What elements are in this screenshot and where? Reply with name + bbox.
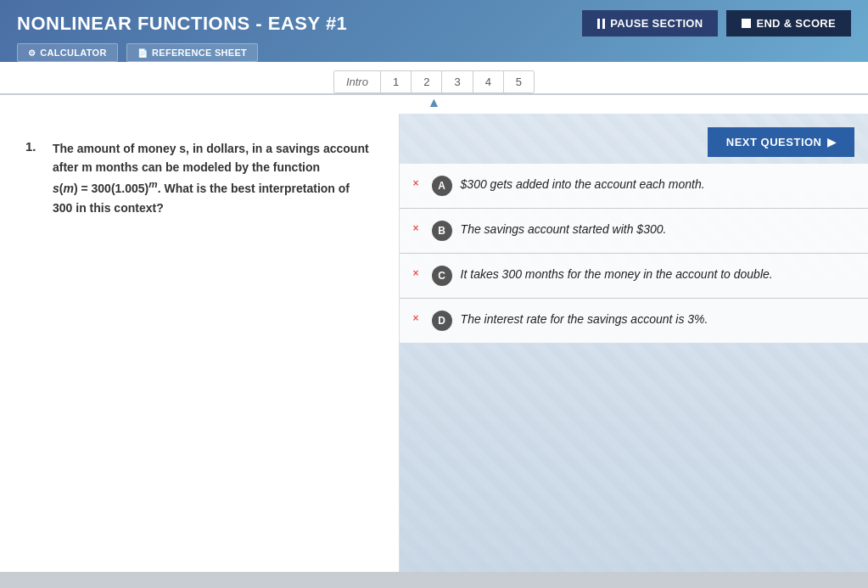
question-panel: 1. The amount of money s, in dollars, in… bbox=[0, 114, 400, 572]
answer-item-c[interactable]: × C It takes 300 months for the money in… bbox=[400, 254, 868, 299]
header-buttons: PAUSE SECTION END & SCORE bbox=[582, 10, 851, 36]
pause-button[interactable]: PAUSE SECTION bbox=[582, 10, 718, 36]
next-arrow-icon: ▶ bbox=[827, 136, 837, 148]
answers-list: × A $300 gets added into the account eac… bbox=[400, 164, 868, 343]
pause-label: PAUSE SECTION bbox=[610, 17, 703, 30]
end-score-button[interactable]: END & SCORE bbox=[726, 10, 851, 36]
answer-d-text: The interest rate for the savings accoun… bbox=[461, 311, 708, 328]
answer-a-text: $300 gets added into the account each mo… bbox=[461, 176, 705, 193]
question-line2: after m months can be modeled by the fun… bbox=[53, 160, 320, 174]
answer-panel: NEXT QUESTION ▶ × A $300 gets added into… bbox=[400, 114, 868, 572]
answer-d-circle: D bbox=[432, 311, 452, 331]
answer-b-text: The savings account started with $300. bbox=[461, 221, 667, 238]
main-content: 1. The amount of money s, in dollars, in… bbox=[0, 114, 868, 572]
answer-b-circle: B bbox=[432, 221, 452, 241]
answer-b-x: × bbox=[413, 222, 423, 234]
tab-4[interactable]: 4 bbox=[473, 71, 504, 92]
page-header: NONLINEAR FUNCTIONS - EASY #1 PAUSE SECT… bbox=[0, 0, 868, 62]
answer-item-b[interactable]: × B The savings account started with $30… bbox=[400, 209, 868, 254]
answer-d-x: × bbox=[413, 312, 423, 324]
tab-3[interactable]: 3 bbox=[442, 71, 473, 92]
reference-sheet-button[interactable]: 📄 REFERENCE SHEET bbox=[126, 43, 258, 62]
nav-tabs-container: Intro 1 2 3 4 5 bbox=[0, 62, 868, 93]
answer-item-d[interactable]: × D The interest rate for the savings ac… bbox=[400, 299, 868, 343]
header-toolbar: ⚙ CALCULATOR 📄 REFERENCE SHEET bbox=[17, 43, 851, 62]
next-question-button[interactable]: NEXT QUESTION ▶ bbox=[708, 127, 854, 157]
answer-item-a[interactable]: × A $300 gets added into the account eac… bbox=[400, 164, 868, 209]
pause-icon bbox=[597, 19, 605, 29]
question-line1: The amount of money s, in dollars, in a … bbox=[53, 142, 369, 155]
question-line3: s(m) = 300(1.005)m. What is the best int… bbox=[53, 182, 350, 195]
question-number: 1. bbox=[25, 139, 42, 217]
calculator-button[interactable]: ⚙ CALCULATOR bbox=[17, 43, 118, 62]
tab-1[interactable]: 1 bbox=[381, 71, 412, 92]
nav-tabs-inner: Intro 1 2 3 4 5 bbox=[333, 70, 535, 93]
calculator-icon: ⚙ bbox=[28, 48, 36, 58]
calculator-label: CALCULATOR bbox=[40, 48, 106, 58]
next-question-label: NEXT QUESTION bbox=[726, 136, 822, 148]
sheet-icon: 📄 bbox=[137, 48, 148, 58]
stop-icon bbox=[742, 19, 751, 28]
question-text: The amount of money s, in dollars, in a … bbox=[53, 139, 369, 217]
end-label: END & SCORE bbox=[756, 17, 836, 30]
tab-intro[interactable]: Intro bbox=[334, 71, 381, 92]
answer-content: NEXT QUESTION ▶ × A $300 gets added into… bbox=[400, 114, 868, 343]
answer-a-circle: A bbox=[432, 176, 452, 196]
question-number-row: 1. The amount of money s, in dollars, in… bbox=[25, 139, 373, 217]
answer-c-x: × bbox=[413, 267, 423, 279]
tab-2[interactable]: 2 bbox=[412, 71, 442, 92]
section-title: NONLINEAR FUNCTIONS - EASY #1 bbox=[17, 13, 347, 35]
answer-a-x: × bbox=[413, 177, 423, 189]
reference-label: REFERENCE SHEET bbox=[152, 48, 247, 58]
answer-c-circle: C bbox=[432, 266, 452, 286]
tab-5[interactable]: 5 bbox=[504, 71, 534, 92]
nav-arrow: ▲ bbox=[0, 95, 868, 114]
question-line4: 300 in this context? bbox=[53, 201, 164, 215]
answer-c-text: It takes 300 months for the money in the… bbox=[461, 266, 773, 283]
